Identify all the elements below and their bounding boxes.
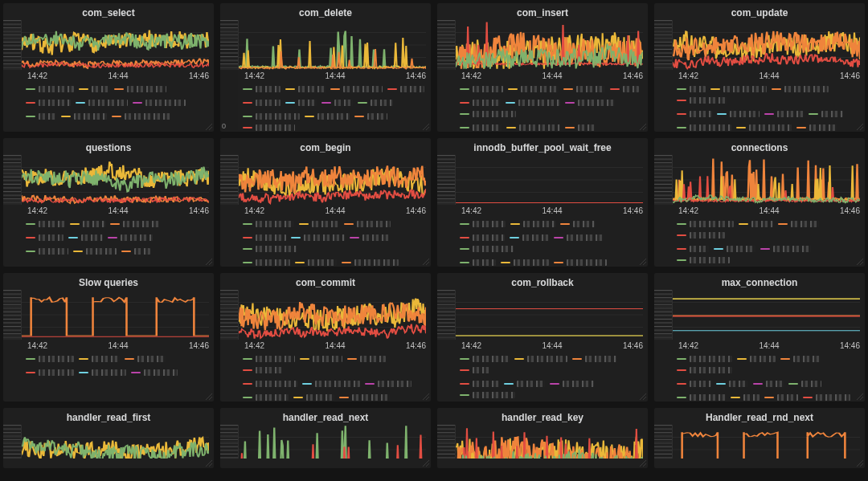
resize-handle-icon[interactable] bbox=[640, 460, 646, 467]
legend-item[interactable] bbox=[112, 112, 170, 120]
legend-item[interactable] bbox=[293, 393, 334, 402]
resize-handle-icon[interactable] bbox=[423, 393, 429, 400]
legend-item[interactable] bbox=[339, 393, 390, 402]
legend-item[interactable] bbox=[508, 84, 559, 93]
legend-item[interactable] bbox=[243, 258, 290, 267]
legend-item[interactable] bbox=[677, 379, 711, 388]
legend-item[interactable] bbox=[610, 84, 639, 93]
chart-area[interactable] bbox=[455, 425, 643, 459]
chart-area[interactable] bbox=[238, 20, 426, 70]
legend-item[interactable] bbox=[677, 219, 734, 228]
chart-area[interactable] bbox=[21, 425, 209, 459]
legend[interactable] bbox=[3, 217, 214, 267]
legend-item[interactable] bbox=[76, 98, 128, 107]
legend-item[interactable] bbox=[285, 98, 317, 107]
legend-item[interactable] bbox=[79, 368, 126, 377]
legend-item[interactable] bbox=[677, 84, 706, 93]
legend-item[interactable] bbox=[565, 98, 615, 107]
legend-item[interactable] bbox=[803, 393, 850, 402]
legend-item[interactable] bbox=[460, 233, 505, 242]
legend-item[interactable] bbox=[26, 233, 63, 242]
panel[interactable]: com_delete 0 14:42 14:44 14:46 bbox=[220, 3, 431, 132]
legend-item[interactable] bbox=[550, 379, 594, 388]
legend-item[interactable] bbox=[295, 258, 337, 267]
legend-item[interactable] bbox=[26, 368, 74, 377]
legend-item[interactable] bbox=[305, 112, 350, 120]
panel[interactable]: handler_read_first 14:42 14:44 14:46 bbox=[3, 408, 214, 468]
legend-item[interactable] bbox=[739, 219, 773, 228]
legend-item[interactable] bbox=[677, 354, 732, 363]
chart-area[interactable] bbox=[455, 155, 643, 205]
panel[interactable]: handler_read_next 14:42 14:44 14:46 bbox=[220, 408, 431, 468]
legend-item[interactable] bbox=[299, 219, 339, 228]
legend-item[interactable] bbox=[460, 109, 516, 118]
panel[interactable]: com_update 14:42 14:44 14:46 bbox=[654, 3, 865, 132]
panel[interactable]: connections 14:42 14:44 14:46 bbox=[654, 138, 865, 267]
legend-item[interactable] bbox=[753, 379, 784, 388]
legend[interactable] bbox=[220, 217, 431, 267]
legend[interactable] bbox=[654, 82, 865, 132]
panel[interactable]: com_begin 14:42 14:44 14:46 bbox=[220, 138, 431, 267]
chart-area[interactable] bbox=[21, 290, 209, 340]
legend-item[interactable] bbox=[506, 98, 560, 107]
legend-item[interactable] bbox=[677, 109, 712, 118]
legend-item[interactable] bbox=[510, 233, 549, 242]
legend-item[interactable] bbox=[554, 258, 607, 267]
legend-item[interactable] bbox=[460, 365, 489, 374]
legend-item[interactable] bbox=[565, 123, 595, 132]
panel[interactable]: com_rollback 14:42 14:44 14:46 bbox=[437, 273, 648, 402]
legend-item[interactable] bbox=[780, 354, 820, 363]
panel[interactable]: questions 14:42 14:44 14:46 bbox=[3, 138, 214, 267]
legend-item[interactable] bbox=[460, 244, 514, 253]
legend-item[interactable] bbox=[243, 219, 294, 228]
legend-item[interactable] bbox=[760, 244, 811, 253]
legend-item[interactable] bbox=[285, 84, 326, 93]
panel[interactable]: Slow queries 14:42 14:44 14:46 bbox=[3, 273, 214, 402]
legend-item[interactable] bbox=[764, 393, 798, 402]
legend-item[interactable] bbox=[677, 96, 727, 104]
legend-item[interactable] bbox=[300, 354, 342, 363]
legend-item[interactable] bbox=[243, 244, 297, 253]
legend-item[interactable] bbox=[460, 219, 506, 228]
legend-item[interactable] bbox=[809, 109, 843, 118]
legend-item[interactable] bbox=[350, 233, 389, 242]
legend-item[interactable] bbox=[737, 354, 776, 363]
resize-handle-icon[interactable] bbox=[640, 259, 646, 265]
legend-item[interactable] bbox=[321, 98, 353, 107]
legend-item[interactable] bbox=[73, 247, 117, 255]
panel[interactable]: max_connection 14:42 14:44 14:46 bbox=[654, 273, 865, 402]
resize-handle-icon[interactable] bbox=[423, 259, 429, 265]
legend-item[interactable] bbox=[716, 379, 748, 388]
legend-item[interactable] bbox=[731, 393, 760, 402]
legend[interactable] bbox=[437, 217, 648, 267]
legend-item[interactable] bbox=[344, 219, 391, 228]
legend-item[interactable] bbox=[243, 98, 280, 107]
legend-item[interactable] bbox=[291, 233, 345, 242]
chart-area[interactable] bbox=[21, 20, 209, 70]
legend-item[interactable] bbox=[460, 84, 503, 93]
legend-item[interactable] bbox=[243, 365, 282, 374]
legend-item[interactable] bbox=[243, 123, 295, 132]
resize-handle-icon[interactable] bbox=[857, 124, 863, 130]
legend-item[interactable] bbox=[560, 219, 595, 228]
legend-item[interactable] bbox=[70, 219, 105, 228]
legend[interactable] bbox=[3, 352, 214, 402]
legend[interactable] bbox=[220, 352, 431, 402]
resize-handle-icon[interactable] bbox=[857, 393, 863, 400]
chart-area[interactable] bbox=[672, 155, 860, 205]
legend-item[interactable] bbox=[387, 84, 424, 93]
legend[interactable] bbox=[437, 82, 648, 132]
legend-item[interactable] bbox=[778, 219, 819, 228]
legend-item[interactable] bbox=[460, 379, 499, 388]
legend-item[interactable] bbox=[243, 233, 286, 242]
legend-item[interactable] bbox=[563, 84, 605, 93]
chart-area[interactable] bbox=[238, 425, 426, 459]
legend-item[interactable] bbox=[243, 112, 300, 120]
legend-item[interactable] bbox=[460, 98, 501, 107]
legend-item[interactable] bbox=[460, 258, 496, 267]
legend-item[interactable] bbox=[125, 354, 166, 363]
resize-handle-icon[interactable] bbox=[423, 460, 429, 467]
legend-item[interactable] bbox=[61, 112, 107, 120]
legend-item[interactable] bbox=[677, 244, 709, 253]
chart-area[interactable] bbox=[238, 155, 426, 205]
